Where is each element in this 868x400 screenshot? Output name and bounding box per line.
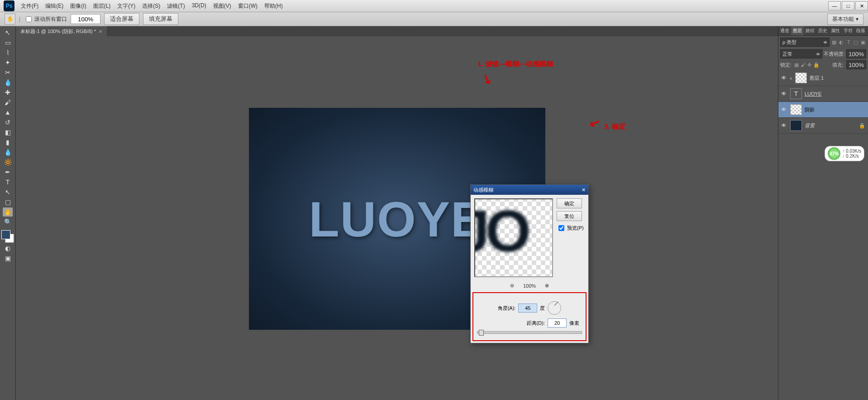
minimize-button[interactable]: — <box>828 1 841 10</box>
slider-thumb[interactable] <box>479 330 484 336</box>
gradient-tool[interactable]: ▮ <box>3 138 13 147</box>
layer-thumbnail[interactable] <box>795 72 807 83</box>
zoom-out-icon[interactable]: ⊖ <box>510 283 514 289</box>
tab-paths[interactable]: 路径 <box>804 26 816 35</box>
network-widget[interactable]: 47% ↑ 0.03K/s ↓ 0.2K/s <box>825 146 864 161</box>
layer-thumbnail[interactable] <box>790 120 802 131</box>
filter-smart-icon[interactable]: ▣ <box>860 39 866 45</box>
crop-tool[interactable]: ✂ <box>3 68 13 77</box>
menu-type[interactable]: 文字(Y) <box>114 1 138 11</box>
opacity-label: 不透明度: <box>824 51 845 58</box>
lock-pos-icon[interactable]: ✥ <box>807 62 811 68</box>
tab-channels[interactable]: 通道 <box>778 26 791 35</box>
dialog-preview[interactable]: JO <box>474 198 553 277</box>
history-brush-tool[interactable]: ↺ <box>3 118 13 127</box>
tab-layers[interactable]: 图层 <box>791 26 804 35</box>
foreground-color-chip[interactable] <box>1 230 10 239</box>
layer-row[interactable]: 👁 T LUOYE <box>778 86 868 102</box>
stamp-tool[interactable]: ▲ <box>3 108 13 117</box>
hand-tool-icon[interactable]: ✋ <box>5 14 15 24</box>
quickmask-tool[interactable]: ◐ <box>3 244 13 253</box>
preview-checkbox[interactable]: 预览(P) <box>557 224 584 232</box>
fit-screen-button[interactable]: 适合屏幕 <box>104 13 139 25</box>
maximize-button[interactable]: □ <box>842 1 854 10</box>
visibility-icon[interactable]: 👁 <box>781 122 787 129</box>
reset-button[interactable]: 复位 <box>557 211 582 221</box>
wand-tool[interactable]: ✦ <box>3 58 13 67</box>
menu-file[interactable]: 文件(F) <box>18 1 41 11</box>
zoom-tool[interactable]: 🔍 <box>3 217 13 227</box>
filter-adjust-icon[interactable]: ◐ <box>838 39 844 45</box>
eraser-tool[interactable]: ◧ <box>3 128 13 137</box>
blend-mode-dropdown[interactable]: 正常≑ <box>780 49 822 58</box>
move-tool[interactable]: ↖ <box>3 28 13 37</box>
menu-view[interactable]: 视图(V) <box>210 1 234 11</box>
fill-label: 填充: <box>832 62 844 68</box>
type-layer-icon: T <box>790 88 802 99</box>
fill-input[interactable] <box>846 60 866 69</box>
brush-tool[interactable]: 🖌 <box>3 98 13 107</box>
shape-tool[interactable]: ▢ <box>3 198 13 207</box>
opacity-input[interactable] <box>846 49 866 58</box>
layer-filter-dropdown[interactable]: ρ 类型≑ <box>780 38 830 47</box>
healing-tool[interactable]: ✚ <box>3 88 13 97</box>
type-tool[interactable]: T <box>3 178 13 187</box>
distance-slider[interactable] <box>477 331 582 334</box>
ok-button[interactable]: 确定 <box>557 198 582 208</box>
layer-row[interactable]: 👁 背景 🔒 <box>778 118 868 134</box>
fill-screen-button[interactable]: 填充屏幕 <box>143 13 178 25</box>
close-tab-icon[interactable]: ✕ <box>99 29 102 34</box>
dialog-titlebar[interactable]: 动感模糊 ✕ <box>471 185 588 195</box>
arrow-icon: ↘ <box>480 70 495 88</box>
tab-paragraph[interactable]: 段落 <box>854 26 867 35</box>
tab-character[interactable]: 字符 <box>842 26 854 35</box>
expand-icon[interactable]: ▸ <box>790 76 792 81</box>
workspace-dropdown[interactable]: 基本功能▾ <box>827 14 863 25</box>
lock-trans-icon[interactable]: ▦ <box>794 62 799 68</box>
angle-input[interactable] <box>518 304 537 313</box>
document-tab[interactable]: 未标题-1 @ 100% (阴影, RGB/8) * ✕ <box>16 26 107 36</box>
zoom-input[interactable] <box>71 14 100 24</box>
canvas-area[interactable]: LUOYE 1. 滤镜—模糊—动感模糊 ↘ ↙ 3. 确定 ↗ 2. 设置参数 … <box>16 36 778 400</box>
lasso-tool[interactable]: ⌇ <box>3 48 13 57</box>
tab-history[interactable]: 历史 <box>816 26 829 35</box>
filter-shape-icon[interactable]: ▢ <box>853 39 859 45</box>
layer-row[interactable]: 👁 ▸ 图层 1 <box>778 70 868 86</box>
dodge-tool[interactable]: 🔆 <box>3 158 13 167</box>
screenmode-tool[interactable]: ▣ <box>3 254 13 263</box>
path-tool[interactable]: ↖ <box>3 188 13 197</box>
visibility-icon[interactable]: 👁 <box>781 75 787 81</box>
lock-icon: 🔒 <box>859 123 865 129</box>
menu-edit[interactable]: 编辑(E) <box>43 1 66 11</box>
filter-icons[interactable]: ▦ ◐ T ▢ ▣ <box>831 39 866 45</box>
menu-filter[interactable]: 滤镜(T) <box>164 1 187 11</box>
menu-help[interactable]: 帮助(H) <box>262 1 286 11</box>
dialog-close-icon[interactable]: ✕ <box>582 187 586 193</box>
filter-pixel-icon[interactable]: ▦ <box>831 39 837 45</box>
zoom-in-icon[interactable]: ⊕ <box>545 283 549 289</box>
blur-tool[interactable]: 💧 <box>3 148 13 157</box>
layer-row-selected[interactable]: 👁 阴影 <box>778 102 868 118</box>
menu-select[interactable]: 选择(S) <box>139 1 163 11</box>
color-chips[interactable] <box>1 230 14 243</box>
tab-properties[interactable]: 属性 <box>829 26 842 35</box>
menu-window[interactable]: 窗口(W) <box>235 1 260 11</box>
pen-tool[interactable]: ✒ <box>3 168 13 177</box>
layer-thumbnail[interactable] <box>790 104 802 115</box>
lock-all-icon[interactable]: 🔒 <box>813 62 820 68</box>
distance-input[interactable] <box>548 318 567 328</box>
lock-paint-icon[interactable]: 🖌 <box>801 62 806 68</box>
angle-dial[interactable] <box>548 301 561 315</box>
hand-tool[interactable]: ✋ <box>3 207 13 217</box>
menu-layer[interactable]: 图层(L) <box>91 1 114 11</box>
visibility-icon[interactable]: 👁 <box>781 106 787 113</box>
marquee-tool[interactable]: ▭ <box>3 38 13 47</box>
visibility-icon[interactable]: 👁 <box>781 91 787 97</box>
canvas-text: LUOYE <box>309 190 485 247</box>
menu-image[interactable]: 图像(I) <box>67 1 89 11</box>
menu-3d[interactable]: 3D(D) <box>189 1 209 11</box>
scroll-all-checkbox[interactable]: 滚动所有窗口 <box>24 15 67 24</box>
eyedropper-tool[interactable]: 💧 <box>3 78 13 87</box>
filter-type-icon[interactable]: T <box>845 39 852 45</box>
close-button[interactable]: ✕ <box>855 1 868 10</box>
